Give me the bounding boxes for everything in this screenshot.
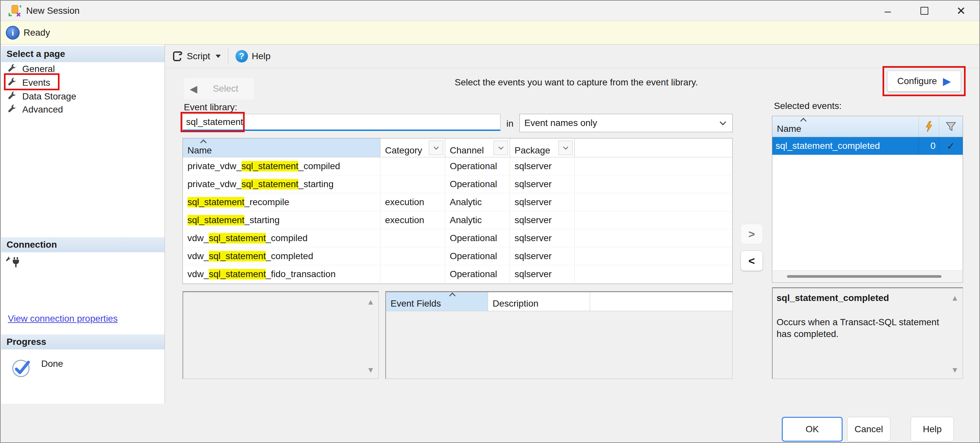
chevron-left-icon: < <box>748 255 755 267</box>
event-filler <box>575 265 732 283</box>
table-row[interactable]: sql_statement_recompile execution Analyt… <box>183 193 732 211</box>
wrench-icon <box>6 91 17 102</box>
table-row[interactable]: sql_statement_starting execution Analyti… <box>183 211 732 229</box>
title-bar: New Session – ✕ <box>1 1 979 21</box>
channel-filter-button[interactable] <box>493 141 508 155</box>
scroll-down-icon[interactable]: ▼ <box>951 366 959 374</box>
minimize-button[interactable]: – <box>869 1 906 21</box>
scroll-up-icon[interactable]: ▲ <box>951 294 959 302</box>
description-title: sql_statement_completed <box>776 293 944 303</box>
sort-ascending-icon <box>449 293 456 299</box>
view-connection-properties-link[interactable]: View connection properties <box>8 314 118 324</box>
help-icon: ? <box>235 50 248 62</box>
column-header-filter[interactable] <box>939 116 963 137</box>
sidebar-item-advanced[interactable]: Advanced <box>1 103 63 116</box>
event-name-prefix: vdw_ <box>188 251 209 261</box>
column-header-event-fields[interactable]: Event Fields <box>386 292 488 311</box>
package-filter-button[interactable] <box>558 141 573 155</box>
event-library-search-input[interactable]: sql_statement <box>183 114 501 131</box>
configure-button[interactable]: Configure ▶ <box>887 71 961 92</box>
selected-name-column-label: Name <box>777 124 802 134</box>
wrench-icon <box>6 64 17 74</box>
event-name-match: sql_statement <box>209 233 266 244</box>
selected-event-description-panel: sql_statement_completed Occurs when a Tr… <box>772 287 963 379</box>
remove-event-button[interactable]: < <box>741 251 763 271</box>
event-package: sqlserver <box>510 211 575 229</box>
event-category: execution <box>380 211 445 229</box>
search-scope-combobox[interactable]: Event names only <box>519 114 733 132</box>
progress-label: Progress <box>6 337 46 347</box>
progress-status-text: Done <box>41 359 63 369</box>
event-fields-panel: Event Fields Description <box>385 291 733 379</box>
instruction-text: Select the events you want to capture fr… <box>455 77 698 88</box>
event-name-match: sql_statement <box>209 251 266 261</box>
help-toolbar-button[interactable]: ? Help <box>233 47 274 65</box>
sidebar-item-label: Events <box>22 78 50 88</box>
column-header-description[interactable]: Description <box>488 292 590 311</box>
done-check-icon <box>11 357 32 378</box>
script-dropdown-caret-icon[interactable] <box>216 55 221 58</box>
sidebar-item-data-storage[interactable]: Data Storage <box>1 90 76 104</box>
scroll-up-icon[interactable]: ▲ <box>367 298 374 306</box>
selected-event-count: 0 <box>919 137 939 155</box>
select-back-button[interactable]: ◀ Select <box>184 78 254 99</box>
event-name-suffix: _starting <box>244 215 279 225</box>
event-name-suffix: _fido_transaction <box>266 269 336 279</box>
category-filter-button[interactable] <box>429 141 443 155</box>
sidebar-item-events[interactable]: Events <box>1 76 50 90</box>
ok-button[interactable]: OK <box>782 417 843 442</box>
table-row[interactable]: private_vdw_sql_statement_compiled Opera… <box>183 158 732 175</box>
column-header-filler <box>590 292 732 311</box>
column-header-name[interactable]: Name <box>183 139 380 157</box>
selected-event-row[interactable]: sql_statement_completed 0 ✓ <box>772 137 963 155</box>
table-row[interactable]: vdw_sql_statement_compiled Operational s… <box>183 229 732 247</box>
table-row[interactable]: vdw_sql_statement_completed Operational … <box>183 247 732 265</box>
select-back-label: Select <box>197 83 254 94</box>
add-event-button[interactable]: > <box>741 224 763 244</box>
window-title: New Session <box>26 6 80 16</box>
column-header-selected-name[interactable]: Name <box>772 116 919 137</box>
event-name-prefix: private_vdw_ <box>188 161 242 171</box>
event-channel: Operational <box>445 175 510 193</box>
script-icon <box>172 51 183 62</box>
column-header-channel[interactable]: Channel <box>445 139 510 157</box>
event-name-prefix: private_vdw_ <box>188 179 242 190</box>
event-channel: Operational <box>445 247 510 265</box>
script-button[interactable]: Script <box>169 47 223 65</box>
select-a-page-header: Select a page <box>1 46 164 62</box>
session-app-icon <box>8 4 22 18</box>
sidebar-item-general[interactable]: General <box>1 62 55 76</box>
table-row[interactable]: vdw_sql_statement_fido_transaction Opera… <box>183 265 732 283</box>
event-category <box>380 158 445 175</box>
check-icon: ✓ <box>939 137 963 155</box>
help-label: Help <box>923 424 942 435</box>
column-header-actions[interactable] <box>919 116 939 137</box>
main-toolbar: Script ? Help <box>165 45 979 68</box>
maximize-icon <box>921 7 928 15</box>
search-value: sql_statement <box>183 117 243 127</box>
scrollbar-thumb[interactable] <box>787 275 942 278</box>
help-button[interactable]: Help <box>911 417 954 442</box>
wrench-icon <box>6 78 17 88</box>
column-header-package[interactable]: Package <box>510 139 575 157</box>
event-name-suffix: _recompile <box>244 197 289 207</box>
close-button[interactable]: ✕ <box>943 1 979 21</box>
sort-ascending-icon <box>200 139 207 146</box>
in-label: in <box>506 118 514 129</box>
event-category <box>380 229 445 247</box>
selected-event-name: sql_statement_completed <box>772 137 919 155</box>
maximize-button[interactable] <box>906 1 943 21</box>
event-name-match: sql_statement <box>242 161 298 171</box>
column-header-category[interactable]: Category <box>380 139 445 157</box>
status-bar: i Ready <box>1 21 979 45</box>
select-a-page-label: Select a page <box>6 49 65 59</box>
scroll-down-icon[interactable]: ▼ <box>367 366 374 374</box>
event-library-table: Name Category Channel Package private_vd… <box>183 138 733 284</box>
table-row[interactable]: private_vdw_sql_statement_starting Opera… <box>183 175 732 193</box>
cancel-button[interactable]: Cancel <box>847 417 890 442</box>
event-channel: Operational <box>445 229 510 247</box>
description-column-label: Description <box>493 298 538 309</box>
script-label: Script <box>187 51 210 62</box>
filter-icon <box>946 122 956 132</box>
horizontal-scrollbar[interactable] <box>773 270 963 282</box>
